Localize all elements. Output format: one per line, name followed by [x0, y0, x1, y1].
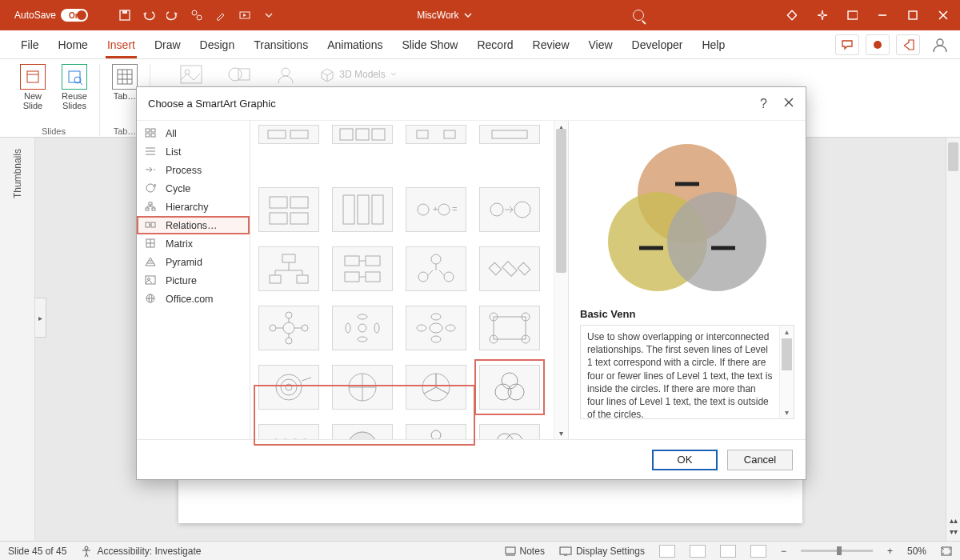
- gallery-item[interactable]: [327, 359, 398, 415]
- scroll-up-icon[interactable]: ▴: [780, 327, 794, 336]
- reading-view-button[interactable]: [720, 545, 736, 558]
- description-scrollbar-thumb[interactable]: [782, 338, 792, 370]
- accessibility-status[interactable]: Accessibility: Investigate: [81, 546, 201, 557]
- reuse-slides-button[interactable]: Reuse Slides: [58, 64, 91, 110]
- gallery-item[interactable]: [254, 241, 324, 297]
- maximize-icon[interactable]: [907, 10, 918, 21]
- gallery-item[interactable]: [401, 300, 471, 356]
- close-icon[interactable]: [938, 10, 949, 21]
- from-beginning-icon[interactable]: [238, 9, 251, 22]
- tab-developer[interactable]: Developer: [622, 30, 693, 58]
- autosave-toggle[interactable]: AutoSave On: [14, 9, 104, 22]
- gallery-item[interactable]: [474, 418, 545, 439]
- tab-animations[interactable]: Animations: [318, 30, 392, 58]
- gallery-item[interactable]: [327, 300, 398, 356]
- next-slide-icon[interactable]: ▾▾: [950, 527, 958, 536]
- zoom-out-button[interactable]: −: [781, 546, 786, 557]
- qat-more-icon[interactable]: [262, 9, 275, 22]
- 3d-models-button[interactable]: 3D Models: [320, 64, 396, 85]
- redo-icon[interactable]: [166, 9, 179, 22]
- gallery-item[interactable]: +=: [401, 182, 471, 238]
- category-matrix[interactable]: Matrix: [137, 234, 250, 253]
- category-relationship[interactable]: Relations…: [137, 216, 250, 234]
- tab-home[interactable]: Home: [49, 30, 98, 58]
- new-slide-button[interactable]: New Slide: [16, 64, 50, 110]
- icons-icon[interactable]: [275, 64, 296, 85]
- gallery-item[interactable]: [254, 300, 324, 356]
- share-button[interactable]: [896, 34, 920, 55]
- category-pyramid[interactable]: Pyramid: [137, 253, 250, 271]
- category-office-com[interactable]: Office.com: [137, 290, 250, 308]
- tab-design[interactable]: Design: [190, 30, 245, 58]
- gallery-grid[interactable]: +=: [250, 121, 554, 439]
- shapes-icon[interactable]: [227, 64, 251, 85]
- gallery-item[interactable]: [327, 241, 398, 297]
- gallery-scrollbar-thumb[interactable]: [556, 129, 566, 273]
- description-scrollbar[interactable]: ▴ ▾: [779, 326, 794, 418]
- gallery-scrollbar[interactable]: ▴ ▾: [554, 121, 568, 439]
- scrollbar-thumb[interactable]: [948, 142, 958, 171]
- tab-view[interactable]: View: [579, 30, 622, 58]
- display-settings-button[interactable]: Display Settings: [559, 546, 645, 557]
- document-name[interactable]: MiscWork: [417, 10, 471, 21]
- gallery-item-basic-venn[interactable]: [474, 359, 545, 415]
- gallery-item-stacked-venn[interactable]: [327, 418, 398, 439]
- zoom-in-button[interactable]: +: [887, 546, 893, 557]
- gallery-item-linear-venn[interactable]: [254, 418, 324, 439]
- comments-button[interactable]: [835, 34, 859, 55]
- tab-slide-show[interactable]: Slide Show: [392, 30, 467, 58]
- fit-to-window-button[interactable]: [941, 546, 952, 556]
- tab-review[interactable]: Review: [523, 30, 579, 58]
- gallery-item[interactable]: [474, 122, 545, 146]
- gallery-item[interactable]: [401, 241, 471, 297]
- scroll-down-icon[interactable]: ▾: [780, 408, 794, 417]
- normal-view-button[interactable]: [659, 545, 675, 558]
- category-hierarchy[interactable]: Hierarchy: [137, 198, 250, 216]
- dialog-close-button[interactable]: [783, 97, 794, 111]
- notes-button[interactable]: Notes: [505, 546, 545, 557]
- category-process[interactable]: Process: [137, 161, 250, 179]
- vertical-scrollbar[interactable]: ▴▴ ▾▾: [946, 138, 960, 541]
- pictures-icon[interactable]: [179, 64, 203, 85]
- tab-file[interactable]: File: [11, 30, 49, 58]
- undo-icon[interactable]: [142, 9, 155, 22]
- search-icon[interactable]: [633, 10, 644, 21]
- account-icon[interactable]: [931, 36, 949, 54]
- tab-insert[interactable]: Insert: [98, 30, 145, 58]
- slide-counter[interactable]: Slide 45 of 45: [8, 546, 66, 557]
- minimize-icon[interactable]: [877, 10, 888, 21]
- gallery-item[interactable]: [474, 241, 545, 297]
- touch-mode-icon[interactable]: [190, 9, 203, 22]
- scroll-down-icon[interactable]: ▾: [554, 429, 568, 438]
- gallery-item[interactable]: [474, 300, 545, 356]
- category-all[interactable]: All: [137, 124, 250, 142]
- gallery-item[interactable]: [254, 122, 324, 146]
- slideshow-view-button[interactable]: [750, 545, 766, 558]
- gallery-item-radial-venn[interactable]: [401, 418, 471, 439]
- zoom-slider[interactable]: [801, 550, 873, 552]
- record-button[interactable]: [866, 34, 890, 55]
- gallery-item[interactable]: [474, 182, 545, 238]
- ok-button[interactable]: OK: [652, 450, 718, 470]
- gallery-item[interactable]: [254, 359, 324, 415]
- tab-transitions[interactable]: Transitions: [244, 30, 318, 58]
- gallery-item[interactable]: [401, 359, 471, 415]
- category-cycle[interactable]: Cycle: [137, 179, 250, 198]
- gallery-item[interactable]: [327, 122, 398, 146]
- tab-help[interactable]: Help: [692, 30, 734, 58]
- window-mode-icon[interactable]: [846, 10, 858, 21]
- zoom-level[interactable]: 50%: [907, 546, 926, 557]
- save-icon[interactable]: [118, 9, 131, 22]
- tab-draw[interactable]: Draw: [145, 30, 190, 58]
- gallery-item[interactable]: [254, 182, 324, 238]
- gallery-item[interactable]: [401, 122, 471, 146]
- thumbnails-panel[interactable]: Thumbnails: [0, 138, 35, 541]
- prev-slide-icon[interactable]: ▴▴: [950, 516, 958, 525]
- dialog-help-button[interactable]: ?: [760, 97, 767, 111]
- gallery-item[interactable]: [327, 182, 398, 238]
- eyedropper-icon[interactable]: [214, 9, 227, 22]
- tab-record[interactable]: Record: [467, 30, 522, 58]
- sparkle-icon[interactable]: [816, 10, 827, 21]
- category-list[interactable]: List: [137, 142, 250, 161]
- diamond-icon[interactable]: [786, 10, 797, 21]
